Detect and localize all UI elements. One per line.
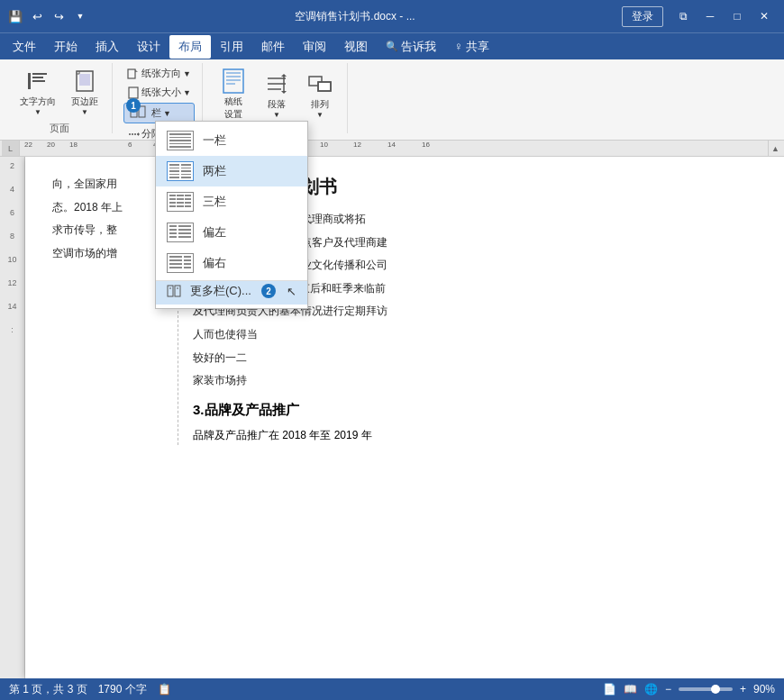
status-bar: 第 1 页，共 3 页 1790 个字 📋 📄 📖 🌐 − + 90% [0, 678, 784, 700]
arrange-label: 排列 [311, 98, 329, 111]
arrange-chevron: ▼ [316, 111, 324, 119]
one-col-lines [169, 133, 191, 148]
menu-item-references[interactable]: 引用 [211, 35, 252, 59]
columns-dropdown: 一栏 [155, 121, 308, 309]
restore-window-button[interactable]: ⧉ [670, 5, 696, 27]
more-columns-label: 更多栏(C)... [190, 283, 251, 299]
menu-item-search[interactable]: 🔍 告诉我 [377, 35, 445, 59]
zoom-out-button[interactable]: − [665, 683, 671, 695]
cursor-indicator: ↖ [287, 285, 296, 298]
column-three-item[interactable]: 三栏 [156, 186, 307, 217]
svg-rect-29 [168, 286, 173, 296]
svg-marker-9 [135, 69, 138, 72]
save-icon[interactable]: 💾 [7, 8, 23, 24]
close-button[interactable]: ✕ [752, 5, 777, 27]
ruler: L 22 20 18 6 4 2 4 6 8 10 12 14 16 ▲ [0, 141, 784, 157]
page-group-label: 页面 [50, 120, 69, 135]
badge-1: 1 [126, 98, 141, 113]
zoom-in-button[interactable]: + [740, 683, 746, 695]
svg-rect-27 [318, 82, 331, 91]
manuscript-settings-button[interactable]: 稿纸 设置 [214, 63, 253, 124]
minimize-button[interactable]: ─ [697, 5, 723, 27]
word-count: 1790 个字 [98, 682, 147, 697]
mid-p1: 人而也使得当 [193, 325, 757, 345]
more-columns-icon [167, 284, 181, 298]
mid-p3: 家装市场持 [193, 371, 757, 391]
maximize-button[interactable]: □ [725, 5, 750, 27]
left-p2: 态。2018 年上 [52, 198, 170, 218]
view-web-icon[interactable]: 🌐 [644, 683, 658, 695]
svg-rect-3 [32, 80, 45, 82]
paragraph-icon [262, 69, 291, 98]
section3-heading: 3.品牌及产品推广 [193, 402, 757, 419]
menu-item-mail[interactable]: 邮件 [252, 35, 294, 59]
svg-rect-10 [129, 87, 138, 98]
menu-item-design[interactable]: 设计 [128, 35, 169, 59]
svg-rect-1 [32, 73, 47, 75]
left-col-lines [169, 225, 191, 240]
section3-body: 品牌及产品推广在 2018 年至 2019 年 [193, 426, 757, 446]
window-controls: ⧉ ─ □ ✕ [670, 5, 777, 27]
undo-icon[interactable]: ↩ [29, 8, 45, 24]
svg-rect-30 [175, 286, 180, 296]
right-column-preview [167, 253, 194, 273]
two-column-preview [167, 161, 194, 181]
vertical-ruler: 2 4 6 8 10 12 14 : [0, 157, 25, 678]
column-two-item[interactable]: 两栏 [156, 156, 307, 186]
more-columns-item[interactable]: 更多栏(C)... 2 ↖ [156, 280, 307, 305]
paragraph-chevron: ▼ [273, 111, 280, 119]
ruler-mark-12: 12 [353, 141, 361, 149]
svg-rect-18 [226, 79, 241, 81]
arrange-button[interactable]: 排列 ▼ [300, 66, 340, 123]
paper-direction-label: 纸张方向 [141, 67, 181, 80]
manuscript-label: 稿纸 [224, 95, 242, 108]
view-print-icon[interactable]: 📄 [603, 683, 616, 695]
three-col-lines [169, 195, 191, 209]
menu-item-share[interactable]: ♀ 共享 [445, 35, 498, 59]
arrange-icon [305, 69, 334, 98]
text-direction-chevron: ▼ [34, 108, 41, 116]
menu-item-file[interactable]: 文件 [4, 35, 45, 59]
menu-item-view[interactable]: 视图 [335, 35, 377, 59]
text-direction-icon [23, 67, 52, 95]
paragraph-button[interactable]: 段落 ▼ [257, 66, 296, 123]
ruler-mark-20: 20 [47, 141, 55, 149]
paper-direction-chevron: ▼ [183, 69, 191, 78]
document-page[interactable]: 向，全国家用 态。2018 年上 求市传导，整 空调市场的增 年空调销售计划书 … [25, 157, 784, 678]
column-left-item[interactable]: 偏左 [156, 217, 307, 248]
ruler-mark-16: 16 [422, 141, 430, 149]
ribbon-group-page: 文字方向 ▼ 页边距 ▼ 页面 [7, 63, 113, 133]
vruler-mark-7: 14 [7, 302, 16, 311]
margins-icon [70, 67, 99, 95]
menu-item-insert[interactable]: 插入 [87, 35, 128, 59]
login-button[interactable]: 登录 [622, 6, 663, 27]
columns-chevron: ▼ [163, 109, 171, 118]
vruler-mark-3: 6 [10, 208, 14, 217]
column-one-item[interactable]: 一栏 [156, 125, 307, 156]
redo-icon[interactable]: ↪ [50, 8, 67, 24]
left-p4: 空调市场的增 [52, 244, 170, 264]
menu-item-layout[interactable]: 布局 [169, 35, 211, 59]
view-read-icon[interactable]: 📖 [624, 683, 637, 695]
text-direction-button[interactable]: 文字方向 ▼ [14, 63, 61, 120]
menu-item-home[interactable]: 开始 [45, 35, 87, 59]
paper-direction-button[interactable]: 纸张方向 ▼ [123, 65, 195, 82]
ruler-scroll-btn[interactable]: ▲ [768, 141, 782, 157]
vruler-mark-5: 10 [7, 255, 16, 264]
column-right-item[interactable]: 偏右 [156, 248, 307, 278]
ruler-corner[interactable]: L [2, 141, 20, 157]
arrange-buttons: 稿纸 设置 段落 ▼ [214, 63, 340, 124]
doc-check-icon: 📋 [158, 683, 171, 695]
svg-marker-24 [281, 74, 287, 77]
ruler-body: 22 20 18 6 4 2 4 6 8 10 12 14 16 ▲ [20, 141, 782, 157]
manuscript-sub-label: 设置 [224, 108, 242, 121]
zoom-slider[interactable] [679, 687, 733, 691]
customize-icon[interactable]: ▼ [72, 8, 88, 24]
two-col-lines [169, 164, 191, 178]
paper-size-label: 纸张大小 [141, 86, 181, 99]
page-group-buttons: 文字方向 ▼ 页边距 ▼ [14, 63, 105, 120]
badge-2: 2 [261, 284, 276, 298]
mid-text: 人而也使得当 较好的一二 家装市场持 [193, 325, 757, 391]
menu-item-review[interactable]: 审阅 [294, 35, 335, 59]
margins-button[interactable]: 页边距 ▼ [65, 63, 105, 120]
